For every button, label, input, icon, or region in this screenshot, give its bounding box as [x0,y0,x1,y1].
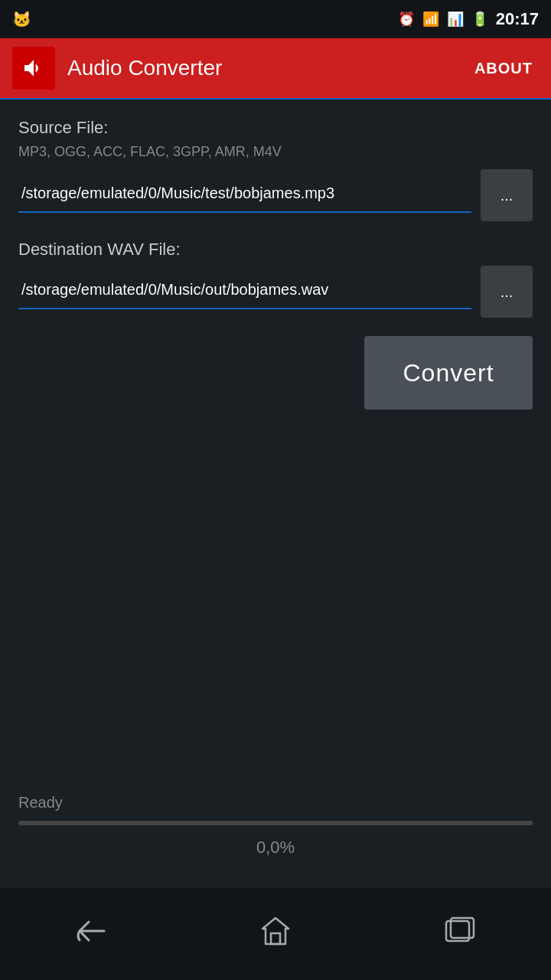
status-bar: 🐱 ⏰ 📶 📊 🔋 20:17 [0,0,551,38]
destination-file-input[interactable] [18,275,471,309]
app-bar: Audio Converter ABOUT [0,38,551,100]
recents-icon [443,915,475,953]
source-file-section: Source File: MP3, OGG, ACC, FLAC, 3GPP, … [18,118,533,221]
destination-browse-icon: ... [500,283,514,301]
home-icon [259,915,292,953]
source-file-label: Source File: [18,118,533,138]
destination-file-section: Destination WAV File: ... [18,240,533,318]
source-browse-icon: ... [500,187,514,204]
app-icon [12,47,55,90]
app-title: Audio Converter [67,56,468,80]
progress-bar [18,821,533,825]
status-time: 20:17 [496,9,539,29]
convert-button[interactable]: Convert [364,336,533,410]
back-icon [73,917,110,951]
notification-icons: 🐱 [12,10,31,28]
signal-icon: 📊 [447,11,464,28]
svg-rect-0 [271,933,280,944]
recents-button[interactable] [429,911,490,957]
source-file-row: ... [18,169,533,221]
destination-file-label: Destination WAV File: [18,240,533,260]
status-text: Ready [18,794,533,812]
main-content: Source File: MP3, OGG, ACC, FLAC, 3GPP, … [0,100,551,410]
source-file-input[interactable] [18,178,471,213]
wifi-icon: 📶 [422,11,439,28]
battery-icon: 🔋 [471,11,488,28]
nav-bar [0,888,551,980]
destination-file-row: ... [18,266,533,318]
format-hint: MP3, OGG, ACC, FLAC, 3GPP, AMR, M4V [18,144,533,160]
destination-browse-button[interactable]: ... [481,266,533,318]
source-browse-button[interactable]: ... [481,169,533,221]
home-button[interactable] [245,911,306,957]
alarm-icon: ⏰ [398,11,415,28]
about-button[interactable]: ABOUT [468,54,539,83]
back-button[interactable] [61,911,122,957]
progress-label: 0,0% [18,838,533,858]
status-section: Ready 0,0% [18,794,533,858]
convert-row: Convert [18,336,533,410]
